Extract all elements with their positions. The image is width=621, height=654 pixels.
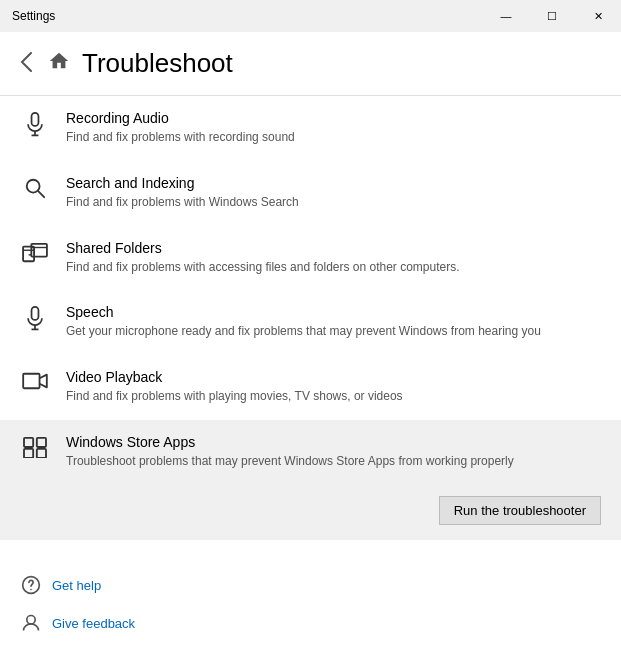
- list-item[interactable]: Speech Get your microphone ready and fix…: [0, 290, 621, 355]
- title-bar-left: Settings: [12, 9, 55, 23]
- item-desc: Get your microphone ready and fix proble…: [66, 323, 601, 340]
- help-icon: [20, 574, 42, 596]
- item-desc: Find and fix problems with Windows Searc…: [66, 194, 601, 211]
- item-header: Video Playback Find and fix problems wit…: [20, 369, 601, 405]
- get-help-link[interactable]: Get help: [20, 566, 601, 604]
- svg-point-18: [27, 616, 35, 624]
- search-icon: [20, 175, 50, 199]
- svg-rect-8: [32, 307, 39, 320]
- title-bar: Settings — ☐ ✕: [0, 0, 621, 32]
- back-icon: [20, 52, 32, 72]
- content-area: Recording Audio Find and fix problems wi…: [0, 96, 621, 554]
- item-text: Shared Folders Find and fix problems wit…: [66, 240, 601, 276]
- list-item-expanded[interactable]: Windows Store Apps Troubleshoot problems…: [0, 420, 621, 540]
- video-icon: [20, 369, 50, 391]
- feedback-icon: [20, 612, 42, 634]
- minimize-button[interactable]: —: [483, 0, 529, 32]
- item-header: Search and Indexing Find and fix problem…: [20, 175, 601, 211]
- run-troubleshooter-button[interactable]: Run the troubleshooter: [439, 496, 601, 525]
- item-header: Shared Folders Find and fix problems wit…: [20, 240, 601, 276]
- window-title: Settings: [12, 9, 55, 23]
- svg-rect-15: [37, 449, 46, 458]
- item-desc: Find and fix problems with accessing fil…: [66, 259, 601, 276]
- item-title: Speech: [66, 304, 601, 320]
- svg-rect-0: [32, 113, 39, 126]
- item-text: Recording Audio Find and fix problems wi…: [66, 110, 601, 146]
- item-title: Recording Audio: [66, 110, 601, 126]
- svg-rect-11: [23, 374, 39, 389]
- svg-rect-14: [24, 449, 33, 458]
- list-item[interactable]: Video Playback Find and fix problems wit…: [0, 355, 621, 420]
- list-item[interactable]: Shared Folders Find and fix problems wit…: [0, 226, 621, 291]
- item-text: Video Playback Find and fix problems wit…: [66, 369, 601, 405]
- store-icon: [20, 434, 50, 458]
- page-title: Troubleshoot: [82, 48, 233, 79]
- svg-rect-5: [23, 246, 34, 261]
- item-title: Shared Folders: [66, 240, 601, 256]
- item-title: Search and Indexing: [66, 175, 601, 191]
- get-help-label: Get help: [52, 578, 101, 593]
- page-header: Troubleshoot: [0, 32, 621, 96]
- item-desc: Troubleshoot problems that may prevent W…: [66, 453, 601, 470]
- item-title: Windows Store Apps: [66, 434, 601, 450]
- item-header: Recording Audio Find and fix problems wi…: [20, 110, 601, 146]
- svg-rect-12: [24, 438, 33, 447]
- item-desc: Find and fix problems with playing movie…: [66, 388, 601, 405]
- item-header: Speech Get your microphone ready and fix…: [20, 304, 601, 340]
- svg-point-17: [30, 589, 32, 591]
- give-feedback-link[interactable]: Give feedback: [20, 604, 601, 642]
- maximize-button[interactable]: ☐: [529, 0, 575, 32]
- give-feedback-label: Give feedback: [52, 616, 135, 631]
- item-text: Speech Get your microphone ready and fix…: [66, 304, 601, 340]
- item-header: Windows Store Apps Troubleshoot problems…: [20, 434, 601, 470]
- item-text: Windows Store Apps Troubleshoot problems…: [66, 434, 601, 470]
- bottom-links: Get help Give feedback: [0, 554, 621, 654]
- svg-rect-13: [37, 438, 46, 447]
- list-item[interactable]: Recording Audio Find and fix problems wi…: [0, 96, 621, 161]
- back-button[interactable]: [16, 50, 36, 77]
- close-button[interactable]: ✕: [575, 0, 621, 32]
- list-item[interactable]: Search and Indexing Find and fix problem…: [0, 161, 621, 226]
- item-text: Search and Indexing Find and fix problem…: [66, 175, 601, 211]
- title-bar-controls: — ☐ ✕: [483, 0, 621, 32]
- microphone-icon: [20, 110, 50, 138]
- item-title: Video Playback: [66, 369, 601, 385]
- shared-folders-icon: [20, 240, 50, 264]
- svg-line-4: [38, 191, 44, 197]
- home-icon: [48, 50, 70, 78]
- home-svg: [48, 50, 70, 72]
- speech-icon: [20, 304, 50, 332]
- item-desc: Find and fix problems with recording sou…: [66, 129, 601, 146]
